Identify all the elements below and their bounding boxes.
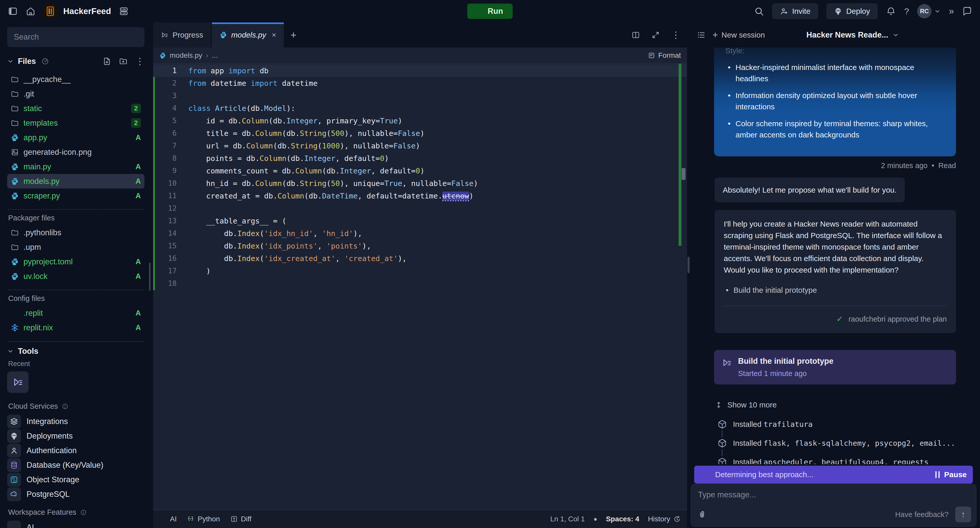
panel-resize-handle[interactable] (687, 257, 690, 273)
editor-menu-icon[interactable]: ⋮ (671, 30, 680, 40)
code-line[interactable]: 13 __table_args__ = ( (153, 215, 687, 227)
ai-sparkle-icon (159, 515, 167, 523)
file-row[interactable]: main.py A (7, 160, 145, 174)
search-input[interactable] (7, 27, 145, 47)
code-line[interactable]: 17 ) (153, 265, 687, 277)
chat-title[interactable]: Hacker News Reade... (807, 30, 899, 40)
indent-setting[interactable]: Spaces: 4 (606, 515, 639, 523)
file-row[interactable]: replit.nix A (7, 320, 145, 335)
code-line[interactable]: 12 (153, 202, 687, 215)
cloud-service-item[interactable]: Database (Key/Value) (7, 458, 145, 472)
new-file-icon[interactable] (103, 57, 111, 65)
feedback-link[interactable]: Have feedback? (895, 510, 948, 519)
deploy-button[interactable]: Deploy (826, 3, 878, 19)
cloud-service-item[interactable]: 1001 Object Storage (7, 472, 145, 487)
close-tab-icon[interactable]: × (272, 31, 277, 39)
collapse-panel-icon[interactable]: » (949, 6, 954, 17)
chat-scroll-area[interactable]: Style: Hacker-inspired minimalist interf… (693, 48, 977, 464)
pause-button[interactable]: Pause (935, 470, 967, 479)
file-row[interactable]: generated-icon.png (7, 145, 145, 160)
send-button[interactable]: ↑ (955, 507, 971, 522)
recent-tool-shell[interactable] (7, 372, 29, 393)
chevron-down-icon[interactable] (7, 58, 14, 65)
cloud-service-item[interactable]: Authentication (7, 443, 145, 458)
file-name: app.py (24, 133, 131, 142)
tab-models-py[interactable]: models.py × (212, 22, 284, 48)
file-row[interactable]: uv.lock A (7, 269, 145, 284)
code-line[interactable]: 7 url = db.Column(db.String(1000), nulla… (153, 139, 687, 152)
code-line[interactable]: 16 db.Index('idx_created_at', 'created_a… (153, 252, 687, 265)
new-tab-button[interactable]: + (285, 22, 302, 48)
history-button[interactable]: History (648, 515, 681, 523)
code-line[interactable]: 5 id = db.Column(db.Integer, primary_key… (153, 115, 687, 127)
app-icon[interactable] (43, 4, 57, 18)
file-row[interactable]: .upm (7, 240, 145, 254)
file-row[interactable]: .git (7, 86, 145, 101)
info-icon[interactable] (80, 509, 87, 516)
code-line[interactable]: 4class Article(db.Model): (153, 102, 687, 115)
attachment-icon[interactable] (697, 510, 707, 519)
installed-group: Installed apscheduler, beautifulsoup4, r… (718, 458, 977, 464)
cursor-position[interactable]: Ln 1, Col 1 (550, 515, 585, 523)
check-circle-icon[interactable] (41, 57, 49, 65)
split-view-icon[interactable] (632, 31, 640, 39)
invite-button[interactable]: Invite (772, 3, 818, 19)
session-list-icon[interactable] (697, 30, 706, 40)
new-session-button[interactable]: + New session (713, 30, 765, 40)
format-button[interactable]: Format (648, 51, 681, 59)
help-icon[interactable]: ? (904, 6, 909, 16)
python-icon (159, 52, 166, 59)
expand-icon[interactable] (651, 31, 660, 39)
code-line[interactable]: 11 created_at = db.Column(db.DateTime, d… (153, 190, 687, 202)
file-row[interactable]: pyproject.toml A (7, 254, 145, 269)
sidebar-toggle-icon[interactable] (8, 6, 18, 16)
files-menu-icon[interactable]: ⋮ (135, 57, 145, 66)
task-subtitle: Started 1 minute ago (738, 369, 834, 378)
editor-scrollbar[interactable] (682, 168, 686, 180)
new-folder-icon[interactable] (119, 57, 127, 65)
code-line[interactable]: 9 comments_count = db.Column(db.Integer,… (153, 164, 687, 177)
notifications-bell-icon[interactable] (886, 6, 896, 16)
cloud-service-item[interactable]: PostgreSQL (7, 487, 145, 501)
code-line[interactable]: 3 (153, 89, 687, 102)
run-button[interactable]: Run (467, 3, 513, 19)
agent-plan-message: I'll help you create a Hacker News reade… (714, 210, 956, 333)
workspace-feature-item[interactable]: AI (7, 520, 145, 528)
breadcrumb-file[interactable]: models.py (170, 51, 202, 59)
file-row[interactable]: .pythonlibs (7, 225, 145, 240)
sidebar-scrollbar[interactable] (149, 263, 151, 291)
ai-chat-icon[interactable] (962, 6, 972, 16)
file-row[interactable]: static 2 (7, 101, 145, 116)
chevron-down-icon[interactable] (7, 348, 14, 354)
tab-progress[interactable]: Progress (153, 22, 211, 48)
info-icon[interactable] (62, 403, 68, 410)
window-stack-icon[interactable] (119, 6, 129, 16)
code-line[interactable]: 8 points = db.Column(db.Integer, default… (153, 152, 687, 164)
file-row[interactable]: templates 2 (7, 116, 145, 130)
code-line[interactable]: 14 db.Index('idx_hn_id', 'hn_id'), (153, 227, 687, 239)
code-line[interactable]: 2from datetime import datetime (153, 77, 687, 89)
code-area[interactable]: 1from app import db2from datetime import… (153, 64, 687, 510)
status-language[interactable]: Python (187, 515, 220, 523)
file-row[interactable]: models.py A (7, 174, 145, 188)
home-icon[interactable] (25, 6, 36, 16)
task-card[interactable]: Build the initial prototype Started 1 mi… (714, 350, 956, 384)
cloud-service-item[interactable]: Deployments (7, 429, 145, 443)
search-icon[interactable] (754, 6, 764, 16)
file-row[interactable]: __pycache__ (7, 72, 145, 86)
status-ai[interactable]: AI (159, 515, 177, 523)
code-line[interactable]: 18 (153, 277, 687, 290)
show-more-button[interactable]: Show 10 more (714, 400, 776, 409)
file-row[interactable]: .replit A (7, 306, 145, 320)
breadcrumb-more[interactable]: ... (212, 51, 218, 59)
cloud-service-item[interactable]: Integrations (7, 414, 145, 429)
file-row[interactable]: app.py A (7, 130, 145, 145)
code-line[interactable]: 15 db.Index('idx_points', 'points'), (153, 239, 687, 252)
message-input[interactable] (698, 490, 969, 499)
account-menu[interactable]: RC (917, 4, 941, 18)
file-row[interactable]: scraper.py A (7, 188, 145, 203)
status-diff[interactable]: Diff (230, 515, 251, 523)
code-line[interactable]: 1from app import db (153, 64, 687, 77)
code-line[interactable]: 6 title = db.Column(db.String(500), null… (153, 127, 687, 139)
code-line[interactable]: 10 hn_id = db.Column(db.String(50), uniq… (153, 177, 687, 190)
